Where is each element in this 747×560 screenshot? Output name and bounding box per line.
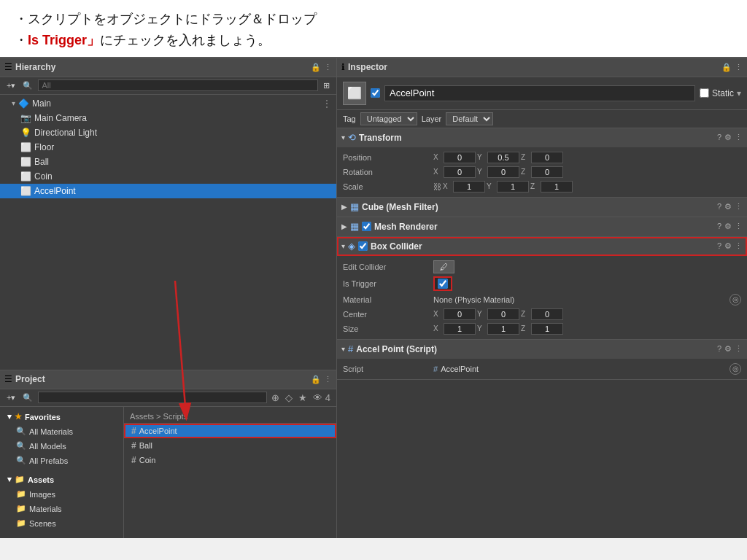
mesh-filter-arrow: ▶ — [341, 203, 347, 211]
transform-component: ▾ ⟲ Transform ? ⚙ ⋮ Position X — [337, 128, 747, 198]
box-collider-name: Box Collider — [371, 241, 714, 252]
project-add-button[interactable]: +▾ — [4, 392, 18, 403]
tree-item-coin[interactable]: ⬜ Coin — [0, 169, 336, 184]
expand-arrow: ▾ — [12, 99, 15, 107]
box-collider-header[interactable]: ▾ ◈ Box Collider ? ⚙ ⋮ — [337, 237, 747, 256]
center-z-input[interactable] — [531, 308, 563, 320]
tree-item-directional-light[interactable]: 💡 Directional Light — [0, 125, 336, 140]
instruction-line2: ・Is Trigger」にチェックを入れましょう。 — [15, 30, 732, 51]
position-z-input[interactable] — [531, 152, 563, 163]
tag-select[interactable]: Untagged — [360, 112, 417, 125]
center-label: Center — [343, 310, 430, 319]
rotation-row: Rotation X Y Z — [337, 165, 747, 179]
scale-z-input[interactable] — [541, 181, 573, 192]
all-models-item[interactable]: 🔍 All Models — [0, 439, 123, 454]
object-name-input[interactable] — [384, 85, 695, 101]
project-filter1-button[interactable]: ⊕ — [270, 392, 281, 403]
hierarchy-add-button[interactable]: +▾ — [4, 80, 18, 91]
rotation-z-input[interactable] — [531, 166, 563, 178]
scale-y-input[interactable] — [497, 181, 529, 192]
accel-point-script-name: Accel Point (Script) — [356, 344, 714, 354]
script-ball[interactable]: # Ball — [124, 438, 336, 453]
hash-icon-coin: # — [131, 455, 136, 465]
size-x-input[interactable] — [444, 323, 476, 335]
scale-values: ⛓ X Y Z — [433, 181, 741, 192]
tree-item-label: Main — [32, 98, 51, 109]
ball-icon: ⬜ — [20, 157, 31, 167]
sx-label: X — [443, 182, 452, 190]
rotation-y-input[interactable] — [487, 166, 519, 178]
static-checkbox[interactable] — [700, 88, 709, 98]
layer-select[interactable]: Default — [446, 112, 493, 125]
ry-label: Y — [477, 168, 486, 176]
box-collider-checkbox[interactable] — [358, 241, 368, 251]
script-arrow: ▾ — [341, 345, 345, 353]
center-x-input[interactable] — [444, 308, 476, 320]
edit-collider-button[interactable]: 🖊 — [433, 260, 454, 273]
edit-collider-value: 🖊 — [433, 260, 741, 273]
layer-label: Layer — [422, 114, 442, 123]
transform-name: Transform — [359, 133, 714, 143]
all-materials-label: All Materials — [29, 427, 73, 436]
project-star-button[interactable]: ★ — [297, 392, 309, 403]
inspector-info-icon: ℹ — [341, 62, 345, 72]
hierarchy-search-input[interactable] — [38, 79, 318, 91]
rotation-x-input[interactable] — [444, 166, 476, 178]
mesh-renderer-header[interactable]: ▶ ▦ Mesh Renderer ? ⚙ ⋮ — [337, 217, 747, 236]
tree-item-ball[interactable]: ⬜ Ball — [0, 155, 336, 169]
accel-point-script-header[interactable]: ▾ # Accel Point (Script) ? ⚙ ⋮ — [337, 340, 747, 359]
tree-item-label: Main Camera — [34, 113, 87, 123]
center-y-input[interactable] — [487, 308, 519, 320]
favorites-header[interactable]: ▾ ★ Favorites — [0, 410, 123, 424]
project-filter2-button[interactable]: ◇ — [284, 392, 294, 403]
search-icon2: 🔍 — [16, 441, 26, 451]
assets-header[interactable]: ▾ 📁 Assets — [0, 472, 123, 487]
script-coin[interactable]: # Coin — [124, 453, 336, 467]
script-name-text: AccelPoint — [441, 365, 479, 373]
size-z-input[interactable] — [531, 323, 563, 335]
material-select-button[interactable]: ◎ — [729, 294, 741, 306]
tree-item-main[interactable]: ▾ 🔷 Main ⋮ — [0, 96, 336, 111]
left-panel: ☰ Hierarchy 🔒 ⋮ +▾ 🔍 ⊞ ▾ 🔷 Main ⋮ � — [0, 58, 337, 538]
script-select-button[interactable]: ◎ — [729, 363, 741, 375]
project-eye-button[interactable]: 👁 4 — [311, 392, 332, 403]
size-y-input[interactable] — [487, 323, 519, 335]
object-active-checkbox[interactable] — [371, 88, 380, 98]
materials-item[interactable]: 📁 Materials — [0, 502, 123, 516]
scenes-item[interactable]: 📁 Scenes — [0, 516, 123, 531]
all-prefabs-item[interactable]: 🔍 All Prefabs — [0, 454, 123, 468]
project-search-toggle[interactable]: 🔍 — [20, 392, 35, 403]
images-item[interactable]: 📁 Images — [0, 487, 123, 502]
project-header: ☰ Project 🔒 ⋮ — [0, 370, 336, 389]
transform-header[interactable]: ▾ ⟲ Transform ? ⚙ ⋮ — [337, 128, 747, 147]
hierarchy-lock-icon: 🔒 — [311, 63, 321, 72]
mesh-filter-header[interactable]: ▶ ▦ Cube (Mesh Filter) ? ⚙ ⋮ — [337, 198, 747, 217]
mesh-renderer-checkbox[interactable] — [362, 222, 371, 231]
tree-item-main-camera[interactable]: 📷 Main Camera — [0, 111, 336, 125]
transform-expand-arrow: ▾ — [341, 133, 345, 141]
project-search-input[interactable] — [38, 392, 267, 403]
tree-item-floor[interactable]: ⬜ Floor — [0, 140, 336, 155]
is-trigger-checkbox[interactable] — [438, 279, 448, 289]
inspector-panel: ℹ Inspector 🔒 ⋮ ⬜ Static ▾ Ta — [337, 58, 747, 538]
position-x-input[interactable] — [444, 152, 476, 163]
script-settings-icon: ⚙ — [724, 344, 732, 354]
position-y-input[interactable] — [487, 152, 519, 163]
script-accelpoint[interactable]: # AccelPoint — [124, 424, 336, 438]
scale-label: Scale — [343, 182, 430, 191]
scale-x-input[interactable] — [453, 181, 485, 192]
hierarchy-filter-button[interactable]: ⊞ — [321, 80, 332, 91]
mesh-filter-settings-icon: ⚙ — [724, 202, 732, 211]
tree-item-accelpoint[interactable]: ⬜ AccelPoint — [0, 184, 336, 198]
hash-icon-accelpoint: # — [131, 426, 136, 436]
instruction-line1: ・スクリプトをオブジェクトにドラッグ＆ドロップ — [15, 9, 732, 30]
edit-collider-label: Edit Collider — [343, 262, 430, 271]
all-materials-item[interactable]: 🔍 All Materials — [0, 424, 123, 439]
hierarchy-search-toggle[interactable]: 🔍 — [20, 80, 35, 91]
transform-body: Position X Y Z Rotation X — [337, 147, 747, 197]
box-collider-actions: ? ⚙ ⋮ — [717, 241, 743, 251]
tree-item-dots[interactable]: ⋮ — [322, 98, 332, 109]
favorites-star-icon: ★ — [15, 412, 22, 421]
script-coin-label: Coin — [139, 456, 156, 464]
collider-material-label: Material — [343, 295, 430, 304]
